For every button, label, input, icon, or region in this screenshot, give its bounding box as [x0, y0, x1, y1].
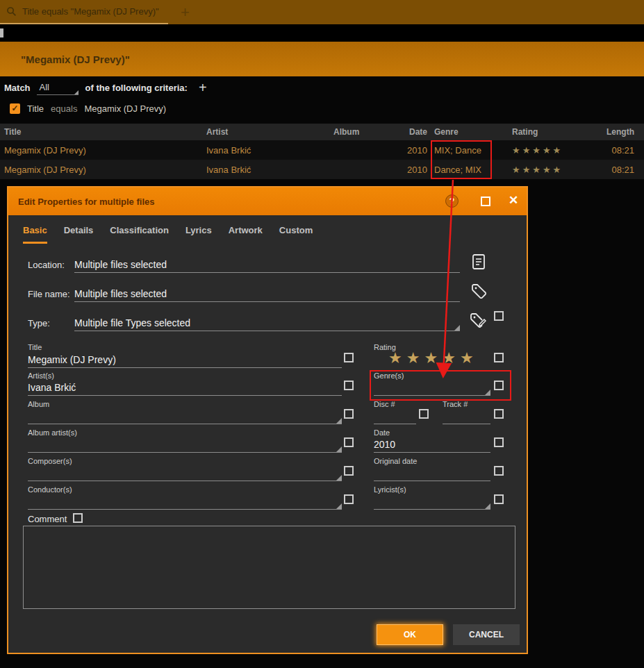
cell-date: 2010: [399, 145, 427, 156]
album-artist-select[interactable]: [28, 435, 342, 453]
type-label: Type:: [28, 318, 50, 328]
album-apply-checkbox[interactable]: [344, 409, 354, 419]
original-date-field[interactable]: [374, 464, 490, 481]
file-list-icon[interactable]: [470, 253, 487, 270]
cell-date: 2010: [399, 165, 427, 175]
tab-details[interactable]: Details: [64, 225, 94, 242]
dropdown-arrow-icon: [336, 446, 342, 452]
rating-stars: ★★★★★: [512, 165, 597, 175]
tab-artwork[interactable]: Artwork: [229, 225, 263, 242]
toolbar-strip: [0, 24, 644, 42]
tab-basic[interactable]: Basic: [23, 225, 47, 244]
lyricist-apply-checkbox[interactable]: [494, 494, 504, 504]
menu-icon[interactable]: [0, 28, 3, 37]
comment-apply-checkbox[interactable]: [73, 513, 83, 523]
annotation-genre-column-box: [431, 140, 492, 179]
close-button[interactable]: ✕: [509, 194, 518, 208]
criterion-operator[interactable]: equals: [51, 103, 77, 114]
tag-icon[interactable]: [471, 283, 488, 300]
cancel-button[interactable]: CANCEL: [453, 624, 520, 645]
col-genre[interactable]: Genre: [434, 127, 512, 137]
criterion-value[interactable]: Megamix (DJ Prevy): [84, 103, 166, 114]
disc-field[interactable]: [374, 407, 416, 424]
ok-button[interactable]: OK: [377, 624, 443, 645]
chevron-down-icon: [74, 90, 79, 94]
criteria-bar: Match All of the following criteria: +: [0, 78, 644, 97]
artist-value: Ivana Brkić: [28, 382, 76, 393]
location-value: Multiple files selected: [74, 259, 167, 270]
criterion-field[interactable]: Title: [27, 103, 44, 114]
type-value: Multiple file Types selected: [74, 317, 190, 328]
new-tab-button[interactable]: +: [181, 5, 190, 20]
mediamonkey-window: Title equals "Megamix (DJ Prevy)" + "Meg…: [0, 0, 644, 668]
location-label: Location:: [28, 260, 65, 270]
location-field[interactable]: Multiple files selected: [74, 256, 460, 273]
criteria-suffix: of the following criteria:: [85, 83, 188, 93]
rating-stars-control[interactable]: ★★★★★: [388, 349, 478, 367]
view-title: "Megamix (DJ Prevy)": [21, 53, 130, 65]
artist-field[interactable]: Ivana Brkić: [28, 378, 342, 396]
question-mark-icon: ?: [449, 196, 455, 206]
col-date[interactable]: Date: [399, 127, 427, 137]
dialog-tabs: Basic Details Classification Lyrics Artw…: [8, 215, 527, 244]
table-header: Title Artist Album Date Genre Rating Len…: [0, 124, 644, 140]
table-row[interactable]: Megamix (DJ Prevy) Ivana Brkić 2010 MIX;…: [0, 140, 644, 160]
col-artist[interactable]: Artist: [206, 127, 333, 137]
dropdown-arrow-icon: [336, 418, 342, 424]
filename-label: File name:: [28, 289, 70, 299]
date-apply-checkbox[interactable]: [494, 437, 504, 447]
rating-apply-checkbox[interactable]: [494, 353, 504, 362]
dialog-title: Edit Properties for multiple files: [18, 197, 154, 207]
composer-select[interactable]: [28, 464, 342, 481]
edit-properties-dialog: Edit Properties for multiple files ? ✕ B…: [7, 186, 528, 654]
tab-classification[interactable]: Classification: [110, 225, 169, 242]
album-select[interactable]: [28, 407, 342, 424]
search-tab[interactable]: Title equals "Megamix (DJ Prevy)": [0, 0, 168, 24]
cell-title: Megamix (DJ Prevy): [4, 145, 206, 156]
disc-apply-checkbox[interactable]: [419, 409, 429, 419]
table-row[interactable]: Megamix (DJ Prevy) Ivana Brkić 2010 Danc…: [0, 160, 644, 179]
type-select[interactable]: Multiple file Types selected: [74, 314, 460, 331]
annotation-genre-field-box: [370, 370, 511, 401]
cell-artist: Ivana Brkić: [206, 145, 333, 156]
cell-length: 08:21: [597, 145, 644, 156]
track-apply-checkbox[interactable]: [494, 409, 504, 419]
search-icon: [6, 6, 17, 17]
match-select[interactable]: All: [37, 81, 79, 95]
dialog-titlebar[interactable]: Edit Properties for multiple files ? ✕: [8, 187, 527, 215]
view-header: "Megamix (DJ Prevy)": [0, 42, 644, 76]
add-criterion-button[interactable]: +: [199, 81, 207, 94]
col-title[interactable]: Title: [4, 127, 206, 137]
cell-length: 08:21: [597, 165, 644, 175]
type-apply-checkbox[interactable]: [494, 311, 504, 321]
search-tab-bar: Title equals "Megamix (DJ Prevy)" +: [0, 0, 644, 24]
rating-stars: ★★★★★: [512, 145, 597, 156]
criterion-checkbox[interactable]: ✓: [10, 103, 20, 114]
album-artist-apply-checkbox[interactable]: [344, 437, 354, 447]
composer-apply-checkbox[interactable]: [344, 466, 354, 476]
dropdown-arrow-icon: [454, 325, 460, 331]
filename-field[interactable]: Multiple files selected: [74, 285, 460, 302]
col-album[interactable]: Album: [333, 127, 399, 137]
search-tab-label: Title equals "Megamix (DJ Prevy)": [22, 6, 159, 17]
date-value: 2010: [374, 439, 395, 450]
maximize-button[interactable]: [481, 197, 490, 206]
artist-apply-checkbox[interactable]: [344, 381, 354, 390]
lyricist-select[interactable]: [374, 492, 490, 510]
date-field[interactable]: 2010: [374, 435, 490, 453]
cell-title: Megamix (DJ Prevy): [4, 165, 206, 175]
comment-textarea[interactable]: [23, 526, 515, 609]
conductor-apply-checkbox[interactable]: [344, 494, 354, 504]
track-field[interactable]: [443, 407, 490, 424]
original-date-apply-checkbox[interactable]: [494, 466, 504, 476]
tab-custom[interactable]: Custom: [279, 225, 313, 242]
col-rating[interactable]: Rating: [512, 127, 597, 137]
help-button[interactable]: ?: [445, 194, 459, 208]
title-apply-checkbox[interactable]: [344, 353, 354, 362]
dropdown-arrow-icon: [336, 475, 342, 481]
col-length[interactable]: Length: [597, 127, 644, 137]
title-field[interactable]: Megamix (DJ Prevy): [28, 351, 342, 368]
tab-lyrics[interactable]: Lyrics: [185, 225, 212, 242]
tag-edit-icon[interactable]: [470, 312, 486, 329]
conductor-select[interactable]: [28, 492, 342, 510]
